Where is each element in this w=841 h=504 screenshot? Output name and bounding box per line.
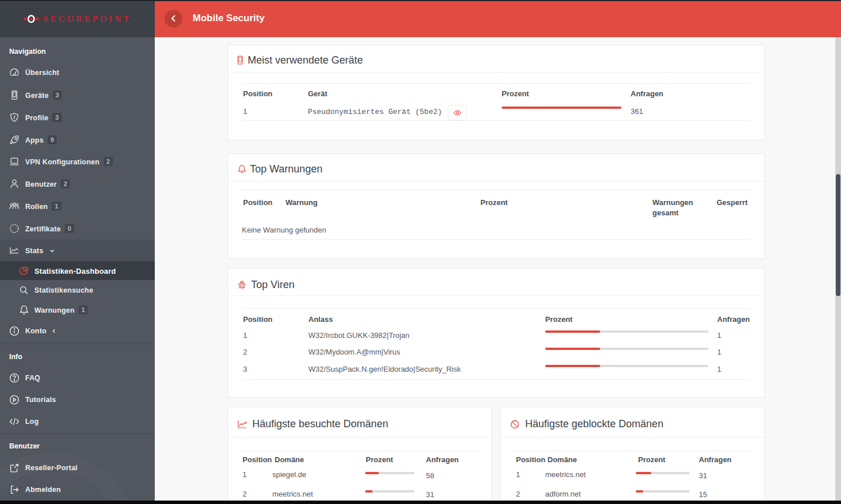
svg-text:SECUREPOINT: SECUREPOINT xyxy=(44,14,132,23)
